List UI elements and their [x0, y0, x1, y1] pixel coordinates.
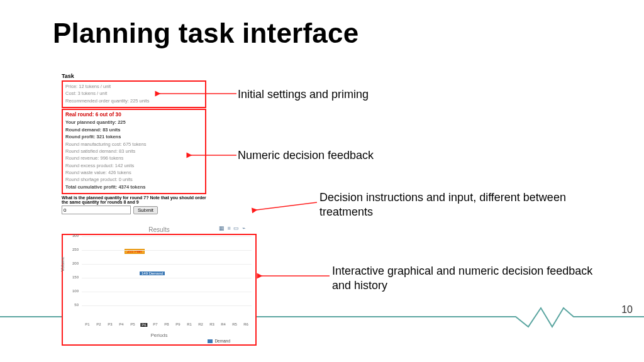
planned-qty: Your planned quantity: 225 — [65, 119, 203, 125]
x-tick-label: R5 — [232, 322, 237, 326]
x-tick-label: R1 — [187, 322, 192, 326]
x-tick-label: R2 — [198, 322, 203, 326]
annotation-decision: Decision instructions and input, differe… — [319, 190, 584, 220]
revenue: Round revenue: 996 tokens — [65, 155, 203, 161]
annotation-chart: Interactive graphical and numeric decisi… — [332, 264, 596, 293]
round-indicator: Real round: 6 out of 30 — [65, 112, 203, 118]
quantity-input[interactable] — [62, 206, 131, 214]
x-tick-label: P6 — [140, 323, 147, 327]
results-chart[interactable]: Volume 50100150200250300 P1P2P3P4P5P6P7P… — [62, 234, 257, 346]
mfg-cost: Round manufacturing cost: 675 tokens — [65, 141, 203, 147]
chart-toolbar-icons[interactable]: ▦ ≡ ▭ ⌁ — [219, 225, 246, 231]
x-tick-label: P9 — [175, 322, 180, 326]
x-tick-label: P4 — [119, 322, 123, 326]
x-tick-label: R3 — [209, 322, 214, 326]
x-tick-label: P7 — [153, 322, 157, 326]
submit-button[interactable]: Submit — [133, 206, 158, 214]
legend-swatch — [208, 339, 213, 343]
x-tick-label: P2 — [96, 322, 101, 326]
arrow-feedback — [189, 151, 236, 162]
x-tick-label: P1 — [85, 322, 89, 326]
x-tick-label: R6 — [243, 322, 248, 326]
arrow-decision — [254, 200, 317, 215]
slide-title: Planning task interface — [53, 18, 358, 49]
excess: Round excess product: 142 units — [65, 163, 203, 168]
demand-badge: 149 Demand — [140, 272, 165, 275]
decision-prompt: What is the planned quantity for round 7… — [62, 195, 206, 204]
shortage: Round shortage product: 0 units — [65, 177, 203, 182]
round-profit: Round profit: 321 tokens — [65, 134, 203, 140]
x-tick-label: R4 — [221, 322, 226, 326]
round-demand: Round demand: 83 units — [65, 127, 203, 133]
plot-area: P1P2P3P4P5P6P7P8P9R1R2R3R4R5R6 255 Plan … — [82, 236, 252, 319]
legend-label: Demand — [214, 339, 230, 343]
feedback-box: Real round: 6 out of 30 Your planned qua… — [62, 109, 206, 194]
x-tick-label: P8 — [164, 322, 169, 326]
task-heading: Task — [62, 73, 206, 79]
satisfied-demand: Round satisfied demand: 83 units — [65, 148, 203, 154]
x-tick-label: P3 — [108, 322, 112, 326]
arrow-chart — [259, 272, 330, 283]
x-axis-label: Periods — [63, 332, 255, 338]
legend: Demand — [208, 339, 230, 343]
waste: Round waste value: 426 tokens — [65, 170, 203, 175]
cumulative-profit: Total cumulative profit: 4374 tokens — [65, 184, 203, 190]
annotation-feedback: Numeric decision feedback — [238, 149, 374, 162]
decision-input-row: Submit — [62, 206, 206, 214]
x-tick-label: P5 — [130, 322, 135, 326]
y-axis: 50100150200250300 — [63, 236, 82, 319]
annotation-initial: Initial settings and priming — [238, 88, 369, 101]
svg-line-2 — [257, 202, 317, 210]
arrow-initial — [157, 88, 236, 99]
